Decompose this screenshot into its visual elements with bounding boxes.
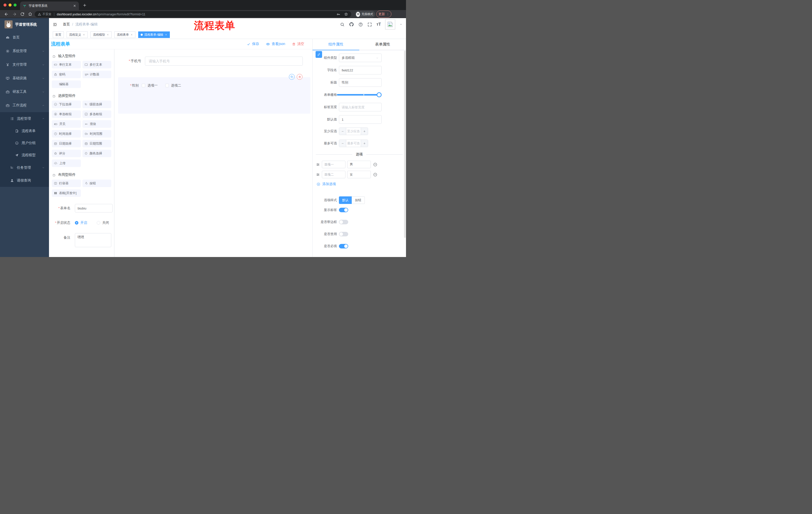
- slider-handle[interactable]: [377, 92, 382, 97]
- phone-input[interactable]: [145, 57, 303, 65]
- fullscreen-icon[interactable]: [367, 22, 372, 27]
- canvas-field-gender-selected[interactable]: *性别 选项一 选项二: [118, 77, 310, 114]
- stepper-plus-button[interactable]: +: [361, 128, 368, 135]
- min-select-value[interactable]: 至少应选: [346, 128, 361, 135]
- sidebar-item-home[interactable]: 首页: [0, 31, 49, 44]
- gender-option2-checkbox[interactable]: [165, 84, 169, 87]
- new-tab-button[interactable]: [82, 3, 87, 7]
- save-button[interactable]: 保存: [247, 42, 259, 46]
- component-row-container[interactable]: 行容器: [52, 180, 81, 187]
- delete-component-button[interactable]: [297, 74, 302, 80]
- form-canvas[interactable]: *手机号 *性别 选项一 选项二: [115, 49, 312, 257]
- form-name-input[interactable]: [75, 204, 113, 213]
- password-key-icon[interactable]: [337, 12, 341, 16]
- breadcrumb-home[interactable]: 首页: [63, 22, 70, 27]
- label-width-input[interactable]: [339, 103, 382, 111]
- tag-process-def[interactable]: 流程定义: [66, 31, 88, 38]
- status-on-label[interactable]: 开启: [80, 220, 87, 225]
- component-slider[interactable]: 滑块: [82, 120, 112, 128]
- component-color-picker[interactable]: 颜色选择: [82, 150, 112, 157]
- browser-tab[interactable]: 芋道管理系统: [20, 1, 79, 10]
- component-select[interactable]: 下拉选择: [52, 101, 81, 108]
- link-tag[interactable]: [316, 51, 322, 58]
- security-status[interactable]: 不安全: [38, 12, 52, 16]
- remove-option-icon[interactable]: [373, 162, 377, 167]
- search-icon[interactable]: [340, 22, 345, 27]
- sidebar-collapse-icon[interactable]: [53, 22, 57, 27]
- gender-option2-label[interactable]: 选项二: [171, 83, 181, 88]
- option1-label-input[interactable]: [322, 161, 345, 168]
- option2-label-input[interactable]: [322, 171, 345, 178]
- sidebar-item-workflow[interactable]: 工作流程: [0, 99, 49, 112]
- option1-value-input[interactable]: [347, 161, 371, 168]
- component-date-picker[interactable]: 日期选择: [52, 140, 81, 147]
- gender-option1-label[interactable]: 选项一: [147, 83, 158, 88]
- tag-close-icon[interactable]: [107, 33, 109, 36]
- bookmark-star-icon[interactable]: [344, 12, 348, 16]
- clear-button[interactable]: 清空: [292, 42, 304, 46]
- canvas-field-phone[interactable]: *手机号: [127, 57, 303, 65]
- component-time-range[interactable]: 时间范围: [82, 130, 112, 138]
- show-label-toggle[interactable]: [339, 208, 348, 212]
- back-icon[interactable]: [4, 12, 9, 17]
- address-bar[interactable]: 不安全 dashboard.yudao.iocoder.cn /bpm/mana…: [35, 11, 351, 17]
- component-button[interactable]: 按钮: [82, 180, 112, 187]
- component-rate[interactable]: 评分: [52, 150, 81, 157]
- tag-close-icon[interactable]: [165, 33, 167, 36]
- tag-close-icon[interactable]: [83, 33, 85, 36]
- component-checkbox-group[interactable]: 多选框组: [82, 110, 112, 118]
- title-input[interactable]: [339, 78, 382, 87]
- style-default-button[interactable]: 默认: [339, 196, 352, 204]
- tag-process-model[interactable]: 流程模型: [90, 31, 112, 38]
- forward-icon[interactable]: [12, 12, 17, 17]
- scrollbar-thumb[interactable]: [404, 51, 406, 238]
- option2-value-input[interactable]: [347, 171, 371, 178]
- font-size-icon[interactable]: тT: [376, 22, 381, 27]
- chrome-update-button[interactable]: 更新: [376, 10, 392, 18]
- window-maximize-button[interactable]: [13, 3, 17, 6]
- form-grid-slider[interactable]: [337, 94, 380, 96]
- tab-form-props[interactable]: 表单属性: [359, 39, 406, 50]
- sidebar-item-process-model[interactable]: 流程模型: [0, 149, 49, 161]
- sidebar-item-leave-query[interactable]: 请假查询: [0, 174, 49, 187]
- component-multi-text[interactable]: 多行文本: [82, 61, 112, 69]
- drag-handle-icon[interactable]: [316, 173, 320, 177]
- add-option-button[interactable]: 添加选项: [317, 182, 406, 186]
- max-select-value[interactable]: 最多可选: [346, 140, 361, 147]
- disabled-toggle[interactable]: [339, 232, 348, 236]
- github-icon[interactable]: [349, 22, 354, 27]
- component-date-range[interactable]: 日期范围: [82, 140, 112, 147]
- remove-option-icon[interactable]: [373, 172, 377, 177]
- stepper-minus-button[interactable]: −: [339, 128, 346, 135]
- component-upload[interactable]: 上传: [52, 159, 81, 167]
- sidebar-item-dev[interactable]: 研发工具: [0, 85, 49, 99]
- sidebar-item-process-mgmt[interactable]: 流程管理: [0, 112, 49, 125]
- component-type-select[interactable]: 多选框组: [339, 54, 382, 62]
- component-counter[interactable]: 计数器: [82, 71, 112, 78]
- tab-close-icon[interactable]: [73, 4, 76, 7]
- tag-process-form[interactable]: 流程表单: [114, 31, 136, 38]
- component-table[interactable]: 表格[开发中]: [52, 189, 81, 197]
- drag-handle-icon[interactable]: [316, 163, 320, 166]
- reload-icon[interactable]: [20, 12, 25, 16]
- sidebar-item-system[interactable]: 系统管理: [0, 44, 49, 58]
- view-json-button[interactable]: 查看json: [266, 42, 285, 46]
- home-icon[interactable]: [28, 12, 32, 16]
- gender-option1-checkbox[interactable]: [142, 84, 145, 87]
- stepper-minus-button[interactable]: −: [339, 140, 346, 147]
- browser-menu-dots-icon[interactable]: [386, 12, 389, 16]
- component-editor[interactable]: 编辑器: [52, 80, 81, 88]
- style-button-button[interactable]: 按钮: [352, 196, 365, 204]
- sidebar-item-process-form[interactable]: 流程表单: [0, 125, 49, 137]
- tag-close-icon[interactable]: [130, 33, 133, 36]
- help-icon[interactable]: [358, 22, 363, 27]
- status-on-radio[interactable]: [75, 221, 78, 224]
- remark-textarea[interactable]: 嘿嘿: [75, 233, 111, 247]
- component-switch[interactable]: 开关: [52, 120, 81, 128]
- stepper-plus-button[interactable]: +: [361, 140, 368, 147]
- component-radio-group[interactable]: 单选框组: [52, 110, 81, 118]
- component-cascader[interactable]: 级联选择: [82, 101, 112, 108]
- sidebar-item-user-group[interactable]: 用户分组: [0, 137, 49, 149]
- window-minimize-button[interactable]: [8, 3, 11, 6]
- field-name-input[interactable]: [339, 66, 382, 75]
